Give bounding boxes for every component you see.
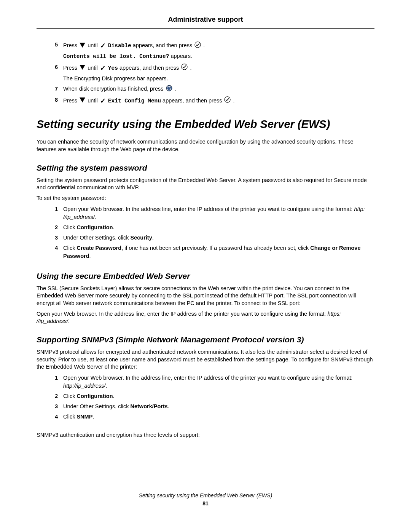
paragraph: Open your Web browser. In the address li… <box>37 310 374 325</box>
step-body: Under Other Settings, click Security. <box>63 234 374 242</box>
text: Open your Web browser. In the address li… <box>63 375 352 381</box>
text: . <box>113 224 115 230</box>
step-5: 5 Press until ✓ Disable appears, and the… <box>37 41 374 61</box>
step-body: Open your Web browser. In the address li… <box>63 374 374 390</box>
text: appears, and then press <box>119 64 180 70</box>
paragraph: You can enhance the security of network … <box>37 138 374 153</box>
svg-marker-2 <box>80 65 85 70</box>
list-item: 2 Click Configuration. <box>37 224 374 232</box>
page-number: 81 <box>37 500 374 507</box>
svg-marker-6 <box>80 97 85 102</box>
step-6: 6 Press until ✓ Yes appears, and then pr… <box>37 63 374 83</box>
list-item: 4 Click SNMP. <box>37 413 374 421</box>
down-arrow-icon <box>80 97 85 105</box>
step-body: Press until ✓ Yes appears, and then pres… <box>63 63 374 83</box>
text: until <box>88 97 99 104</box>
text: Under Other Settings, click <box>63 235 131 241</box>
select-button-icon <box>224 96 231 105</box>
command-text: Yes <box>108 65 118 71</box>
text: Press <box>63 64 79 70</box>
step-body: Click SNMP. <box>63 413 374 421</box>
text: . <box>168 403 169 409</box>
text: Click <box>63 414 76 420</box>
step-number: 7 <box>37 85 63 93</box>
select-button-icon <box>194 42 201 50</box>
text: Click <box>63 245 76 251</box>
step-number: 5 <box>37 41 63 49</box>
select-button-icon <box>181 64 188 72</box>
bold-term: Create Password <box>76 245 121 251</box>
text: . <box>152 235 154 241</box>
list-item: 4 Click Create Password, if one has not … <box>37 244 374 260</box>
bold-term: Configuration <box>76 393 113 399</box>
text: . <box>89 253 91 259</box>
step-body: Press until ✓ Exit Config Menu appears, … <box>63 96 374 106</box>
step-subtext: Contents will be lost. Continue? appears… <box>63 52 374 61</box>
text: appears, and then press <box>162 97 223 104</box>
command-text: Exit Config Menu <box>108 98 161 104</box>
list-item: 2 Click Configuration. <box>37 392 374 400</box>
bold-term: Network/Ports <box>131 403 168 409</box>
document-page: Administrative support 5 Press until ✓ D… <box>0 0 411 518</box>
url-text: http://ip_address/ <box>63 383 105 389</box>
text: Open your Web browser. In the address li… <box>63 206 354 212</box>
down-arrow-icon <box>80 42 85 50</box>
paragraph: The SSL (Secure Sockets Layer) allows fo… <box>37 285 374 307</box>
check-icon: ✓ <box>100 64 106 72</box>
check-icon: ✓ <box>100 42 106 50</box>
password-steps: 1 Open your Web browser. In the address … <box>37 205 374 260</box>
step-number: 4 <box>37 413 63 421</box>
text: Under Other Settings, click <box>63 403 131 409</box>
text: . <box>92 414 94 420</box>
step-body: When disk encryption has finished, press… <box>63 85 374 94</box>
prompt-text: Contents will be lost. Continue? <box>63 53 169 59</box>
step-body: Open your Web browser. In the address li… <box>63 205 374 221</box>
text: Press <box>63 42 79 48</box>
down-arrow-icon <box>80 64 85 72</box>
heading-system-password: Setting the system password <box>37 163 374 173</box>
back-button-icon <box>166 85 172 94</box>
step-number: 4 <box>37 244 63 252</box>
step-number: 1 <box>37 374 63 382</box>
step-body: Click Configuration. <box>63 224 374 232</box>
step-number: 3 <box>37 403 63 411</box>
step-body: Under Other Settings, click Network/Port… <box>63 403 374 411</box>
text: until <box>88 64 99 70</box>
heading-secure-ews: Using the secure Embedded Web Server <box>37 271 374 281</box>
step-number: 1 <box>37 205 63 213</box>
list-item: 3 Under Other Settings, click Network/Po… <box>37 403 374 411</box>
bold-term: Security <box>131 235 152 241</box>
svg-marker-0 <box>80 43 85 48</box>
command-text: Disable <box>108 43 131 49</box>
text: . <box>203 42 205 48</box>
step-number: 3 <box>37 234 63 242</box>
snmp-steps: 1 Open your Web browser. In the address … <box>37 374 374 421</box>
text: Click <box>63 393 76 399</box>
text: , if one has not been set previously. If… <box>121 245 310 251</box>
text: Press <box>63 97 79 104</box>
step-body: Click Create Password, if one has not be… <box>63 244 374 260</box>
list-item: 1 Open your Web browser. In the address … <box>37 374 374 390</box>
text: Click <box>63 224 76 230</box>
list-item: 1 Open your Web browser. In the address … <box>37 205 374 221</box>
footer-title: Setting security using the Embedded Web … <box>37 492 374 499</box>
step-number: 2 <box>37 392 63 400</box>
check-icon: ✓ <box>100 97 106 105</box>
text: . <box>113 393 115 399</box>
top-step-list: 5 Press until ✓ Disable appears, and the… <box>37 41 374 105</box>
text: appears. <box>169 53 192 59</box>
text: When disk encryption has finished, press <box>63 86 165 92</box>
text: . <box>233 97 235 104</box>
paragraph: SNMPv3 protocol allows for encrypted and… <box>37 348 374 371</box>
heading-snmpv3: Supporting SNMPv3 (Simple Network Manage… <box>37 334 374 345</box>
text: . <box>95 214 96 220</box>
step-8: 8 Press until ✓ Exit Config Menu appears… <box>37 96 374 106</box>
text: . <box>105 383 107 389</box>
text: Open your Web browser. In the address li… <box>37 311 327 317</box>
text: . <box>68 318 70 324</box>
paragraph: Setting the system password protects con… <box>37 177 374 192</box>
paragraph: SNMPv3 authentication and encryption has… <box>37 431 374 439</box>
text: . <box>175 86 176 92</box>
text: . <box>190 64 191 70</box>
paragraph: To set the system password: <box>37 195 374 202</box>
